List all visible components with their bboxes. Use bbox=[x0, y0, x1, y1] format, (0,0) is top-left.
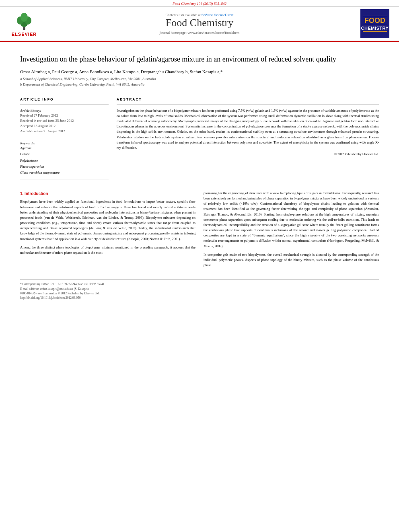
article-body: 1. Introduction Biopolymers have been wi… bbox=[20, 191, 379, 271]
fc-logo-chemistry: CHEMISTRY bbox=[361, 26, 389, 31]
article-content: Investigation on the phase behaviour of … bbox=[0, 42, 399, 308]
fc-logo-line-mid bbox=[363, 25, 387, 25]
keywords-label: Keywords: bbox=[20, 141, 109, 145]
info-divider-mid bbox=[20, 137, 109, 137]
journal-title: Food Chemistry bbox=[40, 17, 359, 29]
history-label: Article history: bbox=[20, 108, 109, 113]
divider-mid bbox=[20, 93, 379, 93]
footnotes: * Corresponding author. Tel.: +61 3 992 … bbox=[20, 279, 379, 300]
doi-line[interactable]: http://dx.doi.org/10.1016/j.foodchem.201… bbox=[20, 296, 379, 300]
revised-date: Received in revised form 25 June 2012 bbox=[20, 118, 109, 123]
info-divider-top bbox=[20, 105, 109, 105]
affiliation-a: a School of Applied Sciences, RMIT Unive… bbox=[20, 76, 379, 82]
accepted-date: Accepted 18 August 2012 bbox=[20, 123, 109, 129]
abstract-copyright: © 2012 Published by Elsevier Ltd. bbox=[117, 152, 379, 157]
info-abstract-row: ARTICLE INFO Article history: Received 2… bbox=[20, 97, 379, 183]
fc-logo-box: FOOD CHEMISTRY bbox=[360, 9, 389, 38]
divider-top bbox=[20, 50, 379, 50]
affiliations: a School of Applied Sciences, RMIT Unive… bbox=[20, 76, 379, 87]
available-date: Available online 31 August 2012 bbox=[20, 129, 109, 134]
section1-heading: 1. Introduction bbox=[20, 191, 195, 197]
article-info-col: ARTICLE INFO Article history: Received 2… bbox=[20, 97, 109, 183]
article-history: Article history: Received 27 February 20… bbox=[20, 108, 109, 134]
keyword-1: Agarose bbox=[20, 145, 109, 151]
keyword-2: Gelatin bbox=[20, 151, 109, 157]
journal-main-header-row: ELSEVIER Contents lists available at Sci… bbox=[0, 6, 399, 41]
issn-note: 0308-8146/$ - see front matter © 2012 Pu… bbox=[20, 291, 379, 296]
keywords-list: Agarose Gelatin Polydextrose Phase separ… bbox=[20, 145, 109, 176]
svg-point-4 bbox=[21, 13, 28, 22]
abstract-col: ABSTRACT Investigation on the phase beha… bbox=[117, 97, 379, 183]
fc-logo-food: FOOD bbox=[364, 17, 385, 24]
body-para4: In composite gels made of two biopolymer… bbox=[204, 252, 379, 268]
abstract-divider bbox=[117, 105, 379, 105]
journal-center: Contents lists available at SciVerse Sci… bbox=[40, 13, 359, 35]
citation-bar: Food Chemistry 136 (2013) 835–842 bbox=[0, 0, 399, 6]
contents-text: Contents lists available at bbox=[166, 13, 201, 17]
authors-text: Omar Almrhag a, Paul George a, Anna Bann… bbox=[20, 69, 223, 74]
contents-available: Contents lists available at SciVerse Sci… bbox=[40, 13, 359, 17]
fc-logo-line-bot bbox=[363, 31, 387, 32]
article-title: Investigation on the phase behaviour of … bbox=[20, 54, 379, 64]
body-para2: Among the three distinct phase topologie… bbox=[20, 245, 195, 255]
keyword-3: Polydextrose bbox=[20, 158, 109, 164]
abstract-text: Investigation on the phase behaviour of … bbox=[117, 108, 379, 157]
homepage-text: journal homepage: www.elsevier.com/locat… bbox=[160, 31, 239, 35]
page: Food Chemistry 136 (2013) 835–842 ELSEVI… bbox=[0, 0, 399, 532]
elsevier-text: ELSEVIER bbox=[12, 32, 37, 37]
keyword-5: Glass transition temperature bbox=[20, 170, 109, 176]
affiliation-b: b Department of Chemical Engineering, Cu… bbox=[20, 82, 379, 88]
abstract-label: ABSTRACT bbox=[117, 97, 379, 101]
body-two-col: 1. Introduction Biopolymers have been wi… bbox=[20, 191, 379, 271]
keywords-section: Keywords: Agarose Gelatin Polydextrose P… bbox=[20, 141, 109, 176]
journal-homepage: journal homepage: www.elsevier.com/locat… bbox=[40, 31, 359, 35]
body-col-right: promising for the engineering of structu… bbox=[204, 191, 379, 271]
email-note: E-mail address: stefan.kasapis@rmit.edu.… bbox=[20, 287, 379, 291]
received-date: Received 27 February 2012 bbox=[20, 113, 109, 118]
info-divider-bot bbox=[20, 179, 109, 179]
abstract-body: Investigation on the phase behaviour of … bbox=[117, 109, 379, 150]
article-info-label: ARTICLE INFO bbox=[20, 97, 109, 101]
corresponding-note: * Corresponding author. Tel.: +61 3 992 … bbox=[20, 282, 379, 286]
fc-logo-line-top bbox=[363, 16, 387, 16]
sciverse-link[interactable]: SciVerse ScienceDirect bbox=[202, 13, 234, 17]
body-para3: promising for the engineering of structu… bbox=[204, 191, 379, 249]
elsevier-logo: ELSEVIER bbox=[8, 11, 40, 37]
body-para1: Biopolymers have been widely applied as … bbox=[20, 199, 195, 241]
elsevier-tree-icon bbox=[14, 11, 34, 31]
food-chemistry-logo: FOOD CHEMISTRY bbox=[359, 9, 391, 38]
body-col-left: 1. Introduction Biopolymers have been wi… bbox=[20, 191, 195, 271]
citation-text: Food Chemistry 136 (2013) 835–842 bbox=[173, 2, 226, 6]
journal-header: Food Chemistry 136 (2013) 835–842 ELSEVI… bbox=[0, 0, 399, 42]
authors-line: Omar Almrhag a, Paul George a, Anna Bann… bbox=[20, 69, 379, 74]
keyword-4: Phase separation bbox=[20, 164, 109, 170]
